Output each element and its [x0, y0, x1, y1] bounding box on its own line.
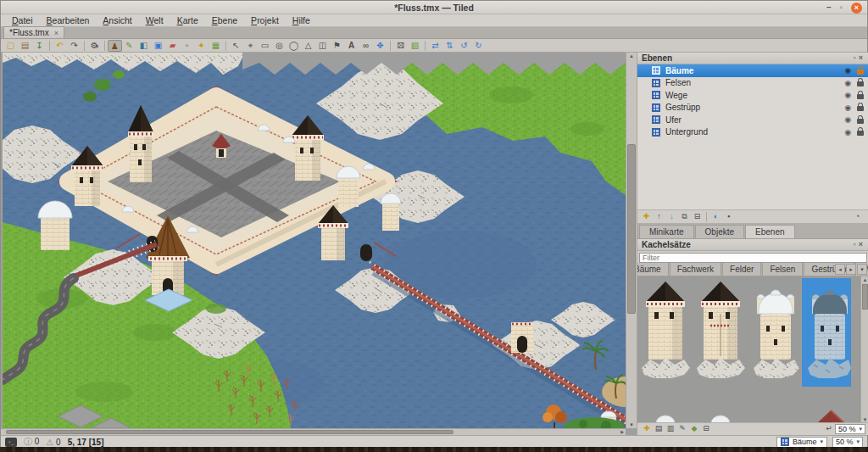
edit-tileset-button[interactable]: ✎: [676, 423, 688, 435]
menu-datei[interactable]: Datei: [6, 14, 39, 26]
lock-icon[interactable]: [857, 119, 864, 124]
lock-icon[interactable]: [857, 131, 864, 136]
bucket-fill-button[interactable]: ◧: [136, 40, 151, 52]
eye-icon[interactable]: ◉: [844, 91, 851, 99]
add-layer-button[interactable]: ✚: [640, 211, 653, 223]
menu-karte[interactable]: Karte: [171, 14, 204, 26]
scroll-up-icon[interactable]: ▲: [626, 53, 637, 59]
tile-tower-3[interactable]: [754, 290, 799, 378]
layer-row-felsen[interactable]: Felsen ◉: [637, 77, 868, 90]
scroll-down-icon[interactable]: ▼: [626, 422, 637, 427]
canvas-horizontal-scrollbar[interactable]: ▶: [1, 428, 626, 435]
shape-fill-button[interactable]: ▣: [151, 40, 165, 52]
same-tile-select-button[interactable]: ▦: [209, 40, 223, 52]
lock-icon[interactable]: [857, 81, 864, 86]
layer-row-untergrund[interactable]: Untergrund ◉: [637, 126, 868, 139]
insert-rectangle-button[interactable]: ▭: [258, 40, 272, 52]
tile-tower-2[interactable]: [697, 282, 745, 378]
undo-button[interactable]: ↶: [53, 40, 67, 52]
eye-icon[interactable]: ◉: [844, 66, 851, 75]
terrain-brush-button[interactable]: ✎: [122, 40, 136, 52]
scroll-down-icon[interactable]: ▼: [861, 417, 868, 422]
close-panel-icon[interactable]: ×: [859, 240, 865, 248]
export-tileset-button[interactable]: ▥: [665, 423, 676, 435]
map-zoom-select[interactable]: 50 % ▾: [832, 437, 863, 448]
tabs-scroll-left-icon[interactable]: ◂: [835, 264, 845, 275]
close-panel-icon[interactable]: ×: [859, 53, 865, 62]
redo-button[interactable]: ↷: [67, 40, 81, 52]
wrap-tiles-icon[interactable]: ↵: [823, 423, 835, 435]
lock-icon[interactable]: [857, 94, 864, 99]
menu-ebene[interactable]: Ebene: [206, 14, 243, 26]
dock-tab-objekte[interactable]: Objekte: [695, 225, 744, 238]
menu-welt[interactable]: Welt: [140, 14, 170, 26]
eraser-button[interactable]: ▰: [165, 40, 180, 52]
menu-hilfe[interactable]: Hilfe: [287, 14, 316, 26]
tileset-scrollbar[interactable]: ▲ ▼: [860, 276, 868, 423]
rotate-right-button[interactable]: ↻: [471, 40, 486, 52]
new-map-button[interactable]: ▢: [3, 40, 18, 52]
tab-close-icon[interactable]: ×: [54, 29, 58, 37]
flip-horizontal-button[interactable]: ⇄: [428, 40, 442, 52]
eye-icon[interactable]: ◉: [844, 103, 851, 112]
opacity-dial-icon[interactable]: ◔: [851, 211, 864, 223]
rect-select-button[interactable]: ▫: [180, 40, 194, 52]
tileset-tab-felder[interactable]: Felder: [722, 263, 761, 276]
tileset-tab-baeume[interactable]: Bäume: [637, 263, 669, 276]
remove-layer-button[interactable]: ⊟: [691, 211, 704, 223]
layer-row-ufer[interactable]: Ufer ◉: [637, 114, 868, 126]
lock-icon[interactable]: [857, 70, 864, 75]
menu-bearbeiten[interactable]: Bearbeiten: [41, 14, 96, 26]
rotate-left-button[interactable]: ↺: [457, 40, 471, 52]
tabs-menu-icon[interactable]: ▾: [857, 264, 867, 275]
hscroll-thumb[interactable]: [6, 430, 453, 434]
minimize-button[interactable]: –: [826, 2, 832, 14]
dock-tab-minikarte[interactable]: Minikarte: [639, 225, 694, 238]
lock-icon[interactable]: [857, 106, 864, 111]
layer-row-baeume[interactable]: Bäume ◉: [637, 64, 868, 77]
insert-template-button[interactable]: ⚑: [330, 40, 344, 52]
scroll-right-icon[interactable]: ▶: [620, 429, 624, 434]
tileset-filter-input[interactable]: [639, 253, 867, 263]
layer-selector-dropdown[interactable]: Bäume ▾: [776, 437, 827, 448]
menu-projekt[interactable]: Projekt: [245, 14, 285, 26]
tabs-scroll-right-icon[interactable]: ▸: [846, 264, 856, 275]
new-tileset-button[interactable]: ✚: [641, 423, 653, 435]
insert-point-button[interactable]: ◎: [272, 40, 287, 52]
random-mode-button[interactable]: ⚄: [393, 40, 408, 52]
tileset-tab-felsen[interactable]: Felsen: [762, 263, 803, 276]
remove-tileset-button[interactable]: ⊟: [700, 423, 712, 435]
dock-tab-ebenen[interactable]: Ebenen: [745, 225, 794, 238]
select-objects-button[interactable]: ↖: [229, 40, 243, 52]
vscroll-thumb[interactable]: [627, 144, 636, 314]
flip-vertical-button[interactable]: ⇅: [442, 40, 457, 52]
map-canvas[interactable]: ▲ ▼ ▶: [1, 53, 637, 435]
pan-tool-button[interactable]: ✥: [373, 40, 387, 52]
raise-layer-button[interactable]: ↑: [653, 211, 665, 223]
lower-layer-button[interactable]: ↓: [665, 211, 678, 223]
insert-polygon-button[interactable]: △: [301, 40, 315, 52]
tileset-zoom-select[interactable]: 50 % ▾: [835, 424, 865, 434]
canvas-vertical-scrollbar[interactable]: ▲ ▼: [626, 53, 637, 428]
insert-text-button[interactable]: A: [344, 40, 359, 52]
replace-tileset-button[interactable]: ◆: [688, 423, 700, 435]
layer-row-gestruepp[interactable]: Gestrüpp ◉: [637, 102, 868, 114]
console-icon[interactable]: ›_: [5, 438, 17, 447]
terrain-fill-mode-button[interactable]: ▧: [408, 40, 422, 52]
insert-ellipse-button[interactable]: ◯: [287, 40, 301, 52]
eye-icon[interactable]: ◉: [844, 79, 851, 87]
save-file-button[interactable]: ↧: [32, 40, 47, 52]
tab-fluss-tmx[interactable]: *Fluss.tmx ×: [3, 26, 64, 38]
scroll-up-icon[interactable]: ▲: [861, 277, 868, 282]
tile-row-2-partial[interactable]: [656, 410, 844, 423]
stamp-brush-button[interactable]: ♟: [108, 40, 122, 52]
open-file-button[interactable]: ▤: [18, 40, 32, 52]
duplicate-layer-button[interactable]: ⧉: [678, 211, 691, 223]
tileset-scroll-thumb[interactable]: [862, 284, 868, 310]
window-titlebar[interactable]: *Fluss.tmx — Tiled – ▫ ×: [1, 1, 867, 14]
maximize-button[interactable]: ▫: [839, 2, 843, 14]
insert-tile-button[interactable]: ◫: [315, 40, 330, 52]
toggle-other-layers-button[interactable]: ◐: [709, 211, 722, 223]
lock-layer-button[interactable]: ▪: [722, 211, 735, 223]
layer-row-wege[interactable]: Wege ◉: [637, 89, 868, 102]
